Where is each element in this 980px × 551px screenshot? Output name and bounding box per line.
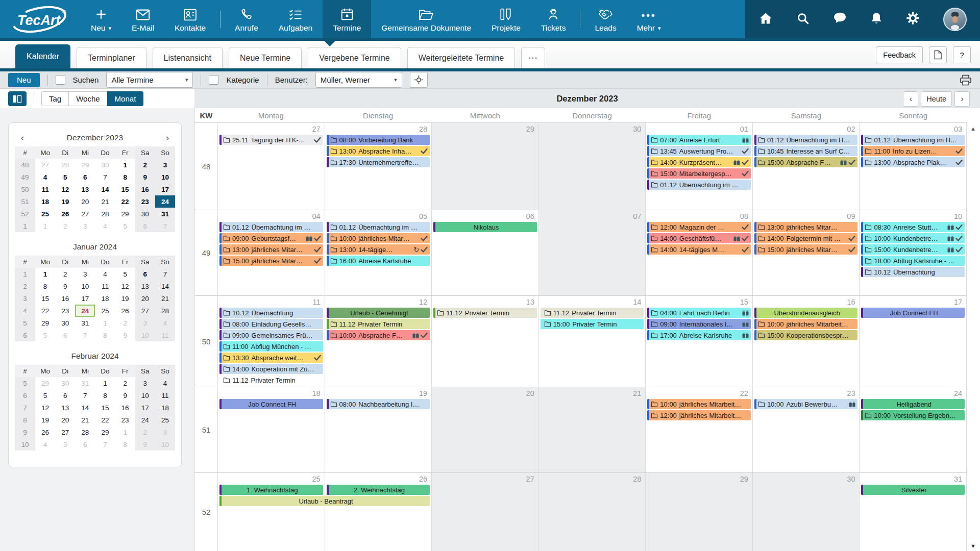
mini-day[interactable]: 22 — [115, 195, 135, 208]
mini-day[interactable]: 29 — [95, 426, 115, 438]
mini-day[interactable]: 9 — [115, 329, 135, 341]
event[interactable]: 14:00Geschäftsfü… — [647, 233, 751, 243]
mini-day[interactable]: 4 — [35, 171, 55, 183]
home-icon[interactable] — [758, 12, 773, 27]
mini-day[interactable]: 12 — [55, 183, 75, 195]
day-cell[interactable]: 30 — [538, 123, 646, 210]
mini-day[interactable]: 13 — [75, 183, 95, 195]
mini-day[interactable]: 7 — [75, 329, 95, 341]
mini-day[interactable]: 19 — [115, 292, 135, 305]
event[interactable]: 08:00Einladung Gesells… — [219, 319, 323, 329]
event[interactable]: 11.12Privater Termin — [219, 375, 323, 385]
mini-day[interactable]: 26 — [35, 426, 55, 438]
mini-day[interactable]: 31 — [75, 317, 95, 329]
mini-day[interactable]: 24 — [75, 305, 95, 317]
mini-day[interactable]: 29 — [35, 377, 55, 389]
mini-day[interactable]: 28 — [155, 305, 175, 317]
day-cell[interactable]: 29 — [645, 473, 752, 551]
mini-day[interactable]: 29 — [115, 208, 135, 220]
day-cell[interactable]: 28 — [538, 473, 646, 551]
mini-day[interactable]: 20 — [135, 292, 155, 305]
mini-day[interactable]: 23 — [115, 414, 135, 426]
event[interactable]: 08:00Vorbereitung Bank — [327, 135, 430, 145]
help-button[interactable]: ? — [953, 46, 971, 63]
mini-day[interactable]: 3 — [75, 220, 95, 232]
day-cell[interactable]: 16Überstundenausgleich10:00jährliches Mi… — [752, 296, 860, 387]
mini-day[interactable]: 5 — [115, 268, 135, 280]
mini-day[interactable]: 1 — [35, 220, 55, 232]
mini-day[interactable]: 23 — [135, 195, 155, 208]
mini-day[interactable]: 6 — [55, 329, 75, 341]
nav-item-email[interactable]: E-Mail — [121, 0, 164, 38]
mini-day[interactable]: 20 — [55, 414, 75, 426]
nav-item-termine[interactable]: Termine — [323, 0, 371, 38]
mini-day[interactable]: 26 — [55, 208, 75, 220]
day-cell[interactable]: 0401.12Übernachtung im …09:00Geburtstags… — [217, 210, 325, 295]
day-cell[interactable]: 12Urlaub - Genehmigt11.12Privater Termin… — [325, 296, 432, 387]
mini-day[interactable]: 6 — [55, 389, 75, 402]
day-cell[interactable]: 27 — [431, 473, 538, 551]
event[interactable]: 08:00Nachbearbeitung I… — [327, 399, 430, 409]
mini-day[interactable]: 28 — [55, 159, 75, 171]
mini-day[interactable]: 6 — [75, 438, 95, 450]
mini-day[interactable]: 4 — [95, 268, 115, 280]
mini-day[interactable]: 5 — [35, 389, 55, 402]
mini-next-icon[interactable]: › — [162, 132, 173, 143]
mini-day[interactable]: 27 — [55, 426, 75, 438]
gear-icon[interactable] — [906, 11, 920, 27]
mini-day[interactable]: 11 — [35, 183, 55, 195]
mini-day[interactable]: 19 — [35, 414, 55, 426]
tecart-logo[interactable]: TecArt ® — [0, 0, 81, 38]
mini-day[interactable]: 2 — [55, 268, 75, 280]
event[interactable]: 10:00Absprache F… — [327, 330, 430, 340]
event[interactable]: 01.12Übernachtung im … — [647, 180, 751, 190]
day-cell[interactable]: 20 — [431, 387, 538, 472]
mini-day[interactable]: 9 — [55, 280, 75, 292]
document-button[interactable] — [929, 46, 947, 63]
mini-day[interactable]: 7 — [95, 171, 115, 183]
mini-day[interactable]: 20 — [75, 195, 95, 208]
view-week-button[interactable]: Woche — [68, 91, 107, 106]
event[interactable]: 01.12Übernachtung im H… — [754, 135, 858, 145]
mini-day[interactable]: 15 — [35, 292, 55, 305]
mini-day[interactable]: 26 — [115, 305, 135, 317]
event[interactable]: 11:00Info zu Lizen… — [861, 146, 965, 156]
mini-day[interactable]: 28 — [95, 208, 115, 220]
event[interactable]: 10:00Kundenbetre… — [861, 233, 965, 243]
mini-day[interactable]: 18 — [95, 292, 115, 305]
mini-day[interactable]: 6 — [135, 220, 155, 232]
mini-day[interactable]: 16 — [55, 292, 75, 305]
scroll-down-icon[interactable]: ▼ — [970, 543, 976, 549]
mini-day[interactable]: 30 — [95, 159, 115, 171]
mini-day[interactable]: 4 — [35, 438, 55, 450]
event[interactable]: 11.12Privater Termin — [433, 308, 537, 318]
mini-day[interactable]: 4 — [155, 377, 175, 389]
mini-day[interactable]: 30 — [55, 317, 75, 329]
event[interactable]: 18:00Abflug Karlsruhe - … — [861, 256, 965, 266]
mini-day[interactable]: 16 — [135, 183, 155, 195]
tab-vergebene-termine[interactable]: Vergebene Termine — [308, 47, 401, 68]
mini-day[interactable]: 11 — [155, 329, 175, 341]
day-cell[interactable]: 07 — [538, 210, 646, 295]
event[interactable]: 01.12Übernachtung im … — [327, 222, 430, 232]
mini-day[interactable]: 11 — [155, 389, 175, 402]
day-cell[interactable]: 1504:00Fahrt nach Berlin09:00Internation… — [645, 296, 752, 387]
today-button[interactable]: Heute — [921, 91, 952, 107]
mini-day[interactable]: 9 — [115, 389, 135, 402]
mini-day[interactable]: 30 — [135, 208, 155, 220]
view-month-button[interactable]: Monat — [107, 91, 144, 106]
mini-day[interactable]: 8 — [115, 171, 135, 183]
mini-day[interactable]: 12 — [35, 402, 55, 414]
mini-day[interactable]: 22 — [35, 305, 55, 317]
event[interactable]: 10.12Übernachtung — [219, 308, 323, 318]
mini-day[interactable]: 5 — [35, 329, 55, 341]
event[interactable]: 01.12Übernachtung im H… — [861, 135, 965, 145]
mini-day[interactable]: 8 — [95, 329, 115, 341]
mini-day[interactable]: 18 — [155, 402, 175, 414]
mini-day[interactable]: 3 — [75, 268, 95, 280]
event[interactable]: 2. Weihnachtstag — [327, 485, 430, 495]
event[interactable]: 1. Weihnachtstag — [219, 485, 323, 495]
mini-day[interactable]: 15 — [115, 183, 135, 195]
mini-day[interactable]: 25 — [35, 208, 55, 220]
mini-day[interactable]: 10 — [135, 389, 155, 402]
